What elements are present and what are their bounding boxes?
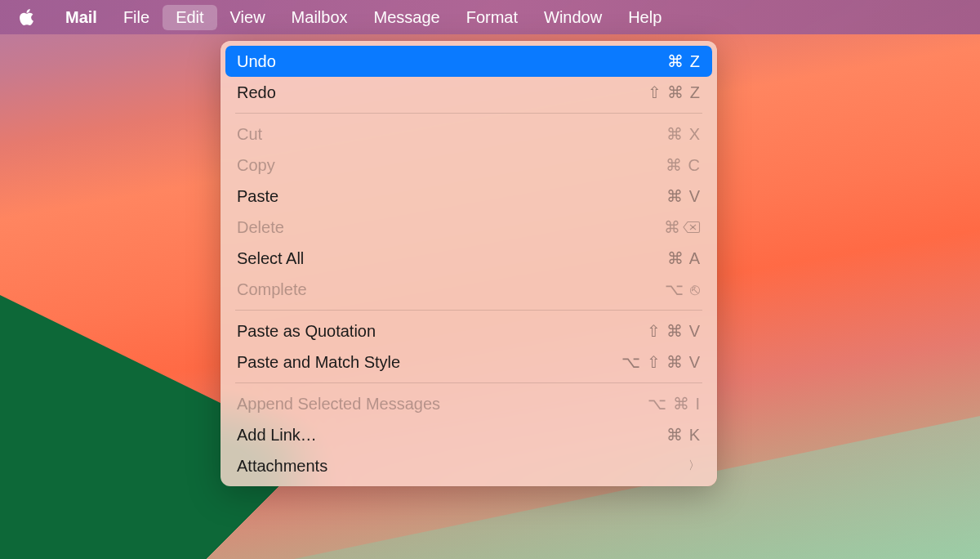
- menu-item-label: Cut: [237, 125, 262, 144]
- menu-separator: [235, 113, 702, 114]
- menu-item-shortcut: ⌘ Z: [667, 51, 701, 71]
- menu-item-shortcut: ⌘: [664, 217, 701, 237]
- menu-item-label: Paste: [237, 187, 278, 206]
- menu-item-shortcut: ⌘ K: [666, 425, 701, 445]
- menu-item-label: Paste and Match Style: [237, 353, 400, 372]
- menu-item-append-selected: Append Selected Messages⌥ ⌘ I: [225, 388, 712, 419]
- menu-item-shortcut: ⌘ A: [667, 248, 701, 268]
- menubar-item-window[interactable]: Window: [531, 5, 615, 30]
- menu-item-delete: Delete⌘: [225, 212, 712, 243]
- apple-menu-icon[interactable]: [16, 7, 36, 27]
- menubar-app-name[interactable]: Mail: [52, 5, 110, 30]
- menu-item-label: Undo: [237, 52, 276, 71]
- chevron-right-icon: 〉: [688, 458, 701, 473]
- menu-item-shortcut: ⌘ X: [666, 124, 701, 144]
- menubar-item-view[interactable]: View: [217, 5, 278, 30]
- menubar-item-help[interactable]: Help: [615, 5, 675, 30]
- delete-key-icon: [683, 221, 701, 234]
- menu-item-paste[interactable]: Paste⌘ V: [225, 181, 712, 212]
- menu-item-undo[interactable]: Undo⌘ Z: [225, 46, 712, 77]
- menu-item-paste-match-style[interactable]: Paste and Match Style⌥ ⇧ ⌘ V: [225, 347, 712, 378]
- menu-item-shortcut: 〉: [688, 458, 701, 473]
- menu-item-label: Attachments: [237, 457, 327, 476]
- menubar-item-format[interactable]: Format: [453, 5, 531, 30]
- menu-item-label: Add Link…: [237, 426, 317, 445]
- menu-item-label: Select All: [237, 249, 304, 268]
- edit-dropdown-menu: Undo⌘ ZRedo⇧ ⌘ ZCut⌘ XCopy⌘ CPaste⌘ VDel…: [220, 41, 717, 486]
- menu-item-label: Paste as Quotation: [237, 322, 376, 341]
- menubar-item-file[interactable]: File: [110, 5, 163, 30]
- menu-item-copy: Copy⌘ C: [225, 150, 712, 181]
- menubar-item-mailbox[interactable]: Mailbox: [278, 5, 361, 30]
- menu-item-shortcut: ⌥ ⎋: [665, 280, 701, 299]
- menu-item-shortcut: ⇧ ⌘ Z: [648, 83, 701, 102]
- menu-separator: [235, 310, 702, 311]
- menu-item-shortcut: ⌥ ⇧ ⌘ V: [621, 352, 701, 372]
- menu-separator: [235, 382, 702, 383]
- menu-item-shortcut: ⌥ ⌘ I: [648, 394, 701, 414]
- menu-item-cut: Cut⌘ X: [225, 119, 712, 150]
- menu-item-add-link[interactable]: Add Link…⌘ K: [225, 419, 712, 450]
- menu-item-label: Redo: [237, 83, 276, 102]
- menubar-item-message[interactable]: Message: [361, 5, 453, 30]
- menubar: Mail FileEditViewMailboxMessageFormatWin…: [0, 0, 980, 34]
- menu-item-shortcut: ⇧ ⌘ V: [647, 321, 701, 341]
- menu-item-label: Append Selected Messages: [237, 395, 440, 414]
- menu-item-select-all[interactable]: Select All⌘ A: [225, 243, 712, 274]
- menu-item-attachments[interactable]: Attachments〉: [225, 450, 712, 481]
- menu-item-complete: Complete⌥ ⎋: [225, 274, 712, 305]
- menu-item-label: Copy: [237, 156, 275, 175]
- menu-item-redo[interactable]: Redo⇧ ⌘ Z: [225, 77, 712, 108]
- menu-item-paste-quotation[interactable]: Paste as Quotation⇧ ⌘ V: [225, 315, 712, 347]
- menu-item-label: Complete: [237, 280, 307, 299]
- menu-item-shortcut: ⌘ V: [666, 186, 701, 206]
- menu-item-label: Delete: [237, 218, 284, 237]
- menubar-item-edit[interactable]: Edit: [163, 5, 216, 30]
- menu-item-shortcut: ⌘ C: [666, 155, 701, 175]
